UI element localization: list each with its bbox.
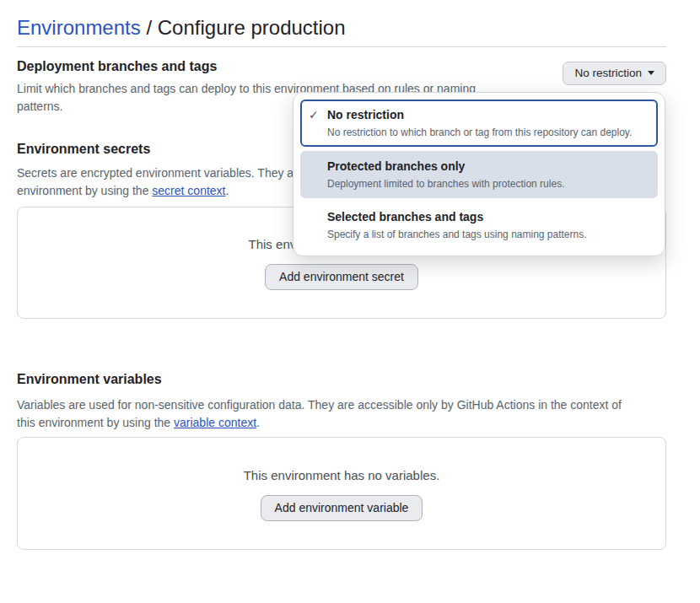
environment-variables-heading: Environment variables bbox=[17, 371, 666, 388]
description-text: . bbox=[225, 184, 229, 197]
description-line: this environment by using the variable c… bbox=[17, 414, 666, 432]
environment-settings-page: Environments / Configure production Depl… bbox=[0, 0, 700, 550]
deployment-branches-heading: Deployment branches and tags bbox=[17, 58, 476, 75]
menu-item-title: Selected branches and tags bbox=[327, 208, 648, 225]
secret-context-link[interactable]: secret context bbox=[152, 184, 225, 197]
add-environment-variable-button[interactable]: Add environment variable bbox=[261, 495, 423, 521]
variable-context-link[interactable]: variable context bbox=[174, 416, 256, 429]
dropdown-button-label: No restriction bbox=[574, 67, 642, 79]
page-title-current: Configure production bbox=[158, 16, 346, 39]
description-text: environment by using the bbox=[17, 184, 152, 197]
description-text: this environment by using the bbox=[17, 416, 174, 429]
description-text: . bbox=[256, 416, 260, 429]
page-title: Environments / Configure production bbox=[17, 17, 666, 39]
breadcrumb-link-environments[interactable]: Environments bbox=[17, 16, 141, 39]
menu-item-description: No restriction to which branch or tag fr… bbox=[327, 126, 648, 139]
caret-down-icon bbox=[648, 71, 654, 75]
title-divider bbox=[17, 46, 666, 47]
branch-restriction-menu: ✓ No restriction No restriction to which… bbox=[293, 92, 665, 256]
menu-item-description: Specify a list of branches and tags usin… bbox=[327, 228, 648, 241]
menu-item-protected-branches-only[interactable]: Protected branches only Deployment limit… bbox=[300, 151, 658, 198]
description-line: Variables are used for non-sensitive con… bbox=[17, 396, 666, 414]
add-environment-secret-button[interactable]: Add environment secret bbox=[265, 264, 418, 290]
menu-item-description: Deployment limited to branches with prot… bbox=[327, 177, 648, 191]
menu-item-title: Protected branches only bbox=[327, 158, 648, 175]
menu-item-title: No restriction bbox=[327, 106, 648, 123]
variables-empty-state-text: This environment has no variables. bbox=[18, 466, 665, 484]
environment-variables-description: Variables are used for non-sensitive con… bbox=[17, 396, 666, 432]
check-icon: ✓ bbox=[309, 106, 327, 123]
menu-item-no-restriction[interactable]: ✓ No restriction No restriction to which… bbox=[300, 100, 658, 147]
menu-item-selected-branches-and-tags[interactable]: Selected branches and tags Specify a lis… bbox=[300, 202, 658, 249]
branch-restriction-dropdown-button[interactable]: No restriction bbox=[563, 62, 666, 85]
breadcrumb-separator: / bbox=[146, 16, 152, 39]
environment-variables-box: This environment has no variables. Add e… bbox=[17, 437, 666, 550]
